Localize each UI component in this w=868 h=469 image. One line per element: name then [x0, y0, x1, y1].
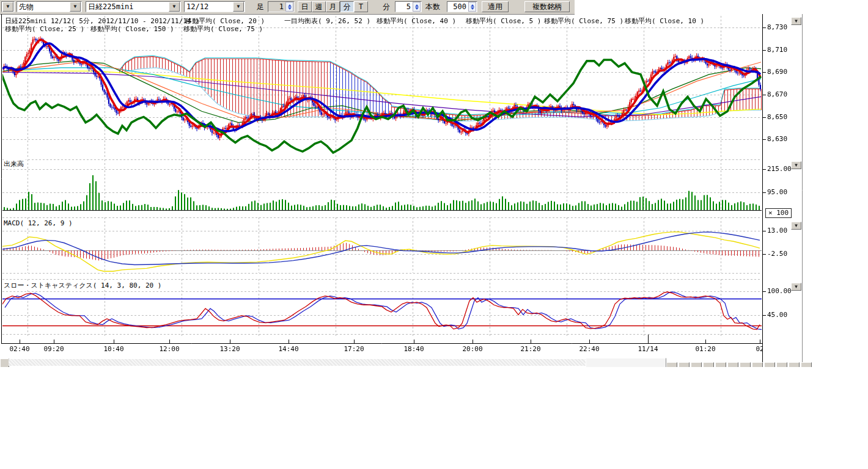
- legend-item: 移動平均( Close, 75 ): [183, 24, 263, 34]
- time-tick-label: 14:40: [278, 345, 298, 353]
- legend-item: 移動平均( Close, 25 ): [5, 24, 84, 34]
- scrollbar-left-button[interactable]: [0, 358, 9, 367]
- mini-button[interactable]: [801, 362, 812, 367]
- volume-panel-label: 出来高: [4, 159, 26, 169]
- chart-canvas[interactable]: [0, 0, 868, 469]
- axis-tick-label: 8,730: [767, 23, 787, 31]
- stoch-panel-label: スロー・ストキャスティクス( 14, 3, 80, 20 ): [4, 281, 163, 290]
- mini-button[interactable]: [679, 362, 690, 367]
- mini-button[interactable]: [752, 362, 763, 367]
- price-scale-dropdown-button[interactable]: ▼: [791, 17, 801, 25]
- volume-scale-dropdown-button[interactable]: ▼: [791, 161, 801, 169]
- axis-tick-label: 95.00: [767, 188, 787, 196]
- mini-button[interactable]: [776, 362, 787, 367]
- volume-multiplier-box: × 100: [765, 208, 792, 218]
- mini-button[interactable]: [789, 362, 800, 367]
- time-tick-label: 09:20: [43, 345, 64, 353]
- mini-button[interactable]: [764, 362, 775, 367]
- macd-panel-label: MACD( 12, 26, 9 ): [4, 219, 75, 227]
- horizontal-scrollbar-track[interactable]: [9, 359, 586, 366]
- axis-tick-label: 8,690: [767, 68, 787, 76]
- mini-button[interactable]: [740, 362, 751, 367]
- legend-row-2: 移動平均( Close, 25 )移動平均( Close, 150 )移動平均(…: [0, 24, 762, 32]
- time-tick-label: 01:20: [695, 345, 715, 353]
- axis-tick-label: 45.00: [767, 311, 787, 319]
- time-tick-label: 10:40: [103, 345, 123, 353]
- macd-scale-dropdown-button[interactable]: ▼: [791, 222, 801, 230]
- time-tick-label: 22:40: [579, 345, 599, 353]
- time-tick-label: 11/14: [638, 345, 658, 353]
- axis-tick-label: 215.00: [767, 165, 792, 173]
- time-axis: 02:4009:2010:4012:0013:2014:4017:2018:40…: [0, 344, 762, 355]
- scrollbar-thumb[interactable]: [586, 358, 666, 367]
- mini-button[interactable]: [703, 362, 714, 367]
- mini-button[interactable]: [727, 362, 738, 367]
- mini-button[interactable]: [715, 362, 726, 367]
- time-tick-label: 18:40: [403, 345, 424, 353]
- time-tick-label: 13:20: [219, 345, 240, 353]
- time-tick-label: 02: [756, 345, 762, 353]
- time-tick-label: 21:20: [520, 345, 540, 353]
- axis-tick-label: 13.00: [767, 227, 787, 234]
- time-tick-label: 20:00: [462, 345, 482, 353]
- legend-item: 移動平均( Close, 150 ): [90, 24, 174, 34]
- chart-application-window: ▼ 先物 ▼ 日経225mini ▼ 12/12 ▼ 足 1 分 5 本数 50…: [0, 0, 868, 469]
- axis-tick-label: 8,710: [767, 46, 787, 54]
- axis-tick-label: 100.00: [767, 287, 792, 295]
- time-tick-label: 17:20: [344, 345, 364, 353]
- axis-tick-label: 8,670: [767, 90, 787, 98]
- axis-tick-label: 8,630: [767, 135, 787, 143]
- axis-tick-label: -2.50: [767, 250, 787, 258]
- time-tick-label: 12:00: [159, 345, 179, 353]
- mini-button[interactable]: [666, 362, 677, 367]
- stoch-scale-dropdown-button[interactable]: ▼: [791, 283, 801, 291]
- time-tick-label: 02:40: [9, 345, 29, 353]
- axis-tick-label: 8,650: [767, 113, 787, 121]
- mini-button[interactable]: [691, 362, 702, 367]
- legend-row-1: 日経225mini 12/12( 5分, 2012/11/10 - 2012/1…: [0, 16, 762, 24]
- bottom-strip: [0, 358, 814, 367]
